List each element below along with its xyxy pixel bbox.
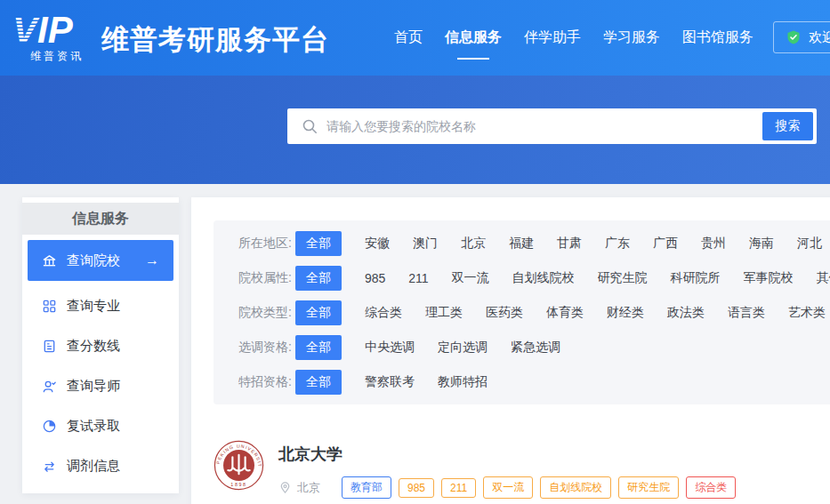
filter-option[interactable]: 研究生院 — [598, 270, 648, 286]
filter-row-transfer-selection: 选调资格:全部中央选调定向选调紧急选调 — [214, 330, 830, 364]
filter-option[interactable]: 福建 — [509, 236, 534, 252]
nav-item-info-service[interactable]: 信息服务 — [443, 20, 504, 56]
sidebar-item-query-major[interactable]: 查询专业 — [22, 286, 179, 326]
vip-logo[interactable]: V IP 维普资讯 — [12, 11, 97, 66]
filter-option[interactable]: 985 — [365, 271, 385, 285]
filter-label: 特招资格: — [238, 374, 292, 390]
university-tag: 双一流 — [483, 476, 533, 499]
university-location: 北京 — [297, 480, 320, 496]
app-header: V IP 维普资讯 维普考研服务平台 首页信息服务伴学助手学习服务图书馆服务 欢… — [0, 0, 830, 76]
sidebar-item-query-mentor[interactable]: 查询导师 — [22, 366, 179, 406]
filter-option[interactable]: 政法类 — [667, 305, 705, 321]
filter-option[interactable]: 科研院所 — [671, 270, 721, 286]
filter-option[interactable]: 其他 — [817, 270, 830, 286]
logo-letters-ip: IP — [37, 11, 74, 51]
filter-option[interactable]: 双一流 — [452, 270, 489, 286]
sidebar-item-label: 查询院校 — [67, 252, 120, 269]
filter-row-attribute: 院校属性:全部985211双一流自划线院校研究生院科研院所军事院校其他 — [214, 260, 830, 295]
university-tag: 自划线院校 — [540, 476, 611, 499]
grid-icon — [42, 299, 57, 314]
result-info: 北京大学 北京 教育部985211双一流自划线院校研究生院综合类 — [278, 440, 736, 499]
sidebar-menu: 查询院校→查询专业查分数线查询导师复试录取调剂信息 — [22, 240, 179, 486]
filter-option[interactable]: 北京 — [461, 236, 486, 252]
mentor-icon — [42, 379, 57, 394]
main-panel: 所在地区:全部安徽澳门北京福建甘肃广东广西贵州海南河北院校属性:全部985211… — [191, 197, 830, 504]
nav-item-home[interactable]: 首页 — [392, 20, 424, 56]
filter-option[interactable]: 定向选调 — [438, 340, 488, 356]
welcome-box[interactable]: 欢迎 — [773, 21, 830, 53]
filter-label: 所在地区: — [238, 236, 292, 252]
logo-letter-v: V — [12, 11, 40, 51]
filter-option[interactable]: 警察联考 — [365, 374, 415, 390]
main-nav: 首页信息服务伴学助手学习服务图书馆服务 — [392, 0, 755, 76]
filter-label: 院校类型: — [238, 305, 292, 321]
sidebar-item-query-school[interactable]: 查询院校→ — [28, 240, 173, 281]
site-title: 维普考研服务平台 — [101, 21, 329, 59]
sidebar-item-query-score-line[interactable]: 查分数线 — [22, 326, 179, 366]
sidebar-item-reexam-admission[interactable]: 复试录取 — [22, 406, 179, 446]
pie-icon — [42, 419, 57, 434]
vip-logo-icon: V IP 维普资讯 — [12, 11, 97, 66]
filter-option[interactable]: 河北 — [797, 236, 822, 252]
result-item[interactable]: PEKING UNIVERSITY 1898 北京大学 北京 — [214, 440, 830, 499]
seal-year-text: 1898 — [230, 482, 246, 487]
filter-option[interactable]: 中央选调 — [365, 340, 415, 356]
shield-check-icon — [786, 29, 802, 45]
result-meta: 北京 教育部985211双一流自划线院校研究生院综合类 — [278, 476, 736, 499]
logo-subtitle: 维普资讯 — [30, 50, 84, 62]
filter-option[interactable]: 211 — [408, 271, 428, 285]
filter-option[interactable]: 语言类 — [728, 305, 765, 321]
nav-item-library-service[interactable]: 图书馆服务 — [681, 20, 755, 56]
sidebar-item-label: 查分数线 — [67, 338, 120, 355]
search-button[interactable]: 搜索 — [762, 112, 813, 140]
school-icon — [42, 253, 57, 268]
filter-option[interactable]: 军事院校 — [744, 270, 794, 286]
filter-option-all[interactable]: 全部 — [295, 335, 342, 360]
university-tag: 研究生院 — [618, 476, 679, 499]
filter-option[interactable]: 理工类 — [425, 305, 463, 321]
filter-option[interactable]: 澳门 — [413, 236, 438, 252]
sidebar: 信息服务 查询院校→查询专业查分数线查询导师复试录取调剂信息 — [22, 197, 179, 493]
filter-option[interactable]: 财经类 — [607, 305, 644, 321]
filter-option-all[interactable]: 全部 — [295, 370, 342, 395]
filter-label: 选调资格: — [238, 340, 292, 356]
nav-item-study-assistant[interactable]: 伴学助手 — [522, 20, 583, 56]
filter-option[interactable]: 甘肃 — [557, 236, 582, 252]
filter-option[interactable]: 综合类 — [365, 305, 402, 321]
filter-option[interactable]: 安徽 — [365, 236, 390, 252]
sidebar-title: 信息服务 — [22, 203, 179, 235]
tag-list: 教育部985211双一流自划线院校研究生院综合类 — [342, 476, 736, 499]
university-tag: 985 — [399, 478, 434, 498]
filter-label: 院校属性: — [238, 270, 292, 286]
welcome-text: 欢迎 — [809, 29, 830, 46]
sidebar-item-adjustment-info[interactable]: 调剂信息 — [22, 446, 179, 486]
search-input[interactable] — [326, 119, 762, 133]
university-tag: 教育部 — [342, 476, 391, 499]
filter-option[interactable]: 广西 — [653, 236, 678, 252]
filter-option[interactable]: 教师特招 — [438, 374, 488, 390]
filter-option[interactable]: 紧急选调 — [511, 340, 560, 356]
transfer-icon — [42, 459, 57, 474]
sidebar-item-label: 复试录取 — [67, 418, 120, 435]
filter-option[interactable]: 医药类 — [486, 305, 523, 321]
filter-option-all[interactable]: 全部 — [295, 266, 342, 291]
filter-row-special-recruitment: 特招资格:全部警察联考教师特招 — [214, 364, 830, 399]
filter-option[interactable]: 广东 — [605, 236, 630, 252]
arrow-right-icon: → — [145, 252, 159, 268]
banner: 搜索 — [0, 76, 830, 184]
university-tag: 综合类 — [686, 476, 736, 499]
search-icon — [302, 118, 318, 134]
filter-option-all[interactable]: 全部 — [295, 300, 342, 325]
filter-option[interactable]: 体育类 — [546, 305, 584, 321]
nav-item-learning-service[interactable]: 学习服务 — [601, 20, 662, 56]
filter-option-all[interactable]: 全部 — [295, 231, 342, 256]
filter-row-type: 院校类型:全部综合类理工类医药类体育类财经类政法类语言类艺术类 — [214, 295, 830, 330]
filter-option[interactable]: 海南 — [749, 236, 774, 252]
filter-option[interactable]: 艺术类 — [788, 305, 826, 321]
filter-option[interactable]: 贵州 — [701, 236, 726, 252]
sidebar-item-label: 查询专业 — [67, 298, 120, 315]
university-tag: 211 — [441, 478, 476, 498]
filter-option[interactable]: 自划线院校 — [512, 270, 575, 286]
score-icon — [42, 339, 57, 354]
university-name[interactable]: 北京大学 — [278, 444, 736, 465]
